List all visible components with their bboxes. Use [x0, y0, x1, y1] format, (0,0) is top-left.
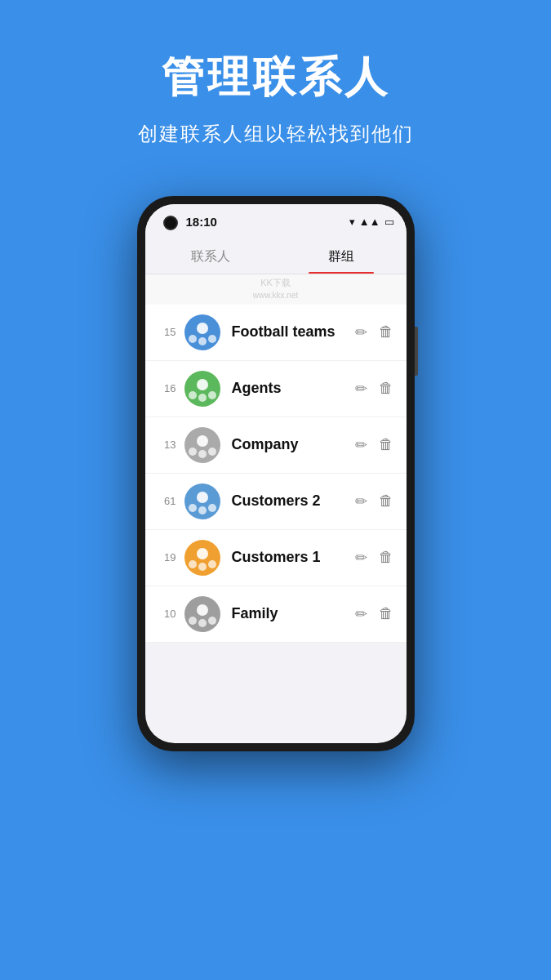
battery-icon: ▭: [384, 216, 394, 228]
svg-point-21: [197, 548, 208, 559]
status-icons: ▾ ▲▲ ▭: [349, 216, 394, 228]
watermark: KK下载www.kkx.net: [145, 274, 407, 305]
group-name: Customers 2: [232, 492, 355, 510]
wifi-icon: ▾: [349, 216, 355, 228]
svg-point-29: [198, 619, 207, 627]
list-item: 19 Customers 1 ✏ 🗑: [145, 530, 407, 586]
status-time: 18:10: [186, 215, 217, 229]
group-avatar: [184, 483, 220, 519]
hero-subtitle: 创建联系人组以轻松找到他们: [0, 121, 551, 147]
item-count: 15: [158, 326, 176, 338]
edit-icon[interactable]: ✏: [355, 605, 367, 623]
group-name: Customers 1: [232, 549, 355, 566]
svg-point-24: [198, 563, 207, 571]
item-actions: ✏ 🗑: [355, 605, 393, 623]
tab-groups[interactable]: 群组: [276, 238, 407, 274]
svg-point-14: [198, 450, 207, 458]
group-avatar: [184, 314, 220, 350]
item-actions: ✏ 🗑: [355, 549, 393, 567]
svg-point-18: [208, 504, 216, 512]
svg-point-28: [208, 617, 216, 625]
edit-icon[interactable]: ✏: [355, 323, 367, 341]
phone-screen: 18:10 ▾ ▲▲ ▭ 联系人 群组 KK下载www.kkx.net: [145, 204, 407, 743]
svg-point-2: [189, 335, 197, 343]
list-item: 10 Family ✏ 🗑: [145, 586, 407, 643]
svg-point-1: [197, 323, 208, 334]
phone: 18:10 ▾ ▲▲ ▭ 联系人 群组 KK下载www.kkx.net: [137, 196, 415, 751]
item-count: 10: [158, 608, 176, 620]
delete-icon[interactable]: 🗑: [379, 492, 393, 510]
hero-section: 管理联系人 创建联系人组以轻松找到他们: [0, 0, 551, 172]
group-name: Football teams: [232, 323, 355, 341]
delete-icon[interactable]: 🗑: [379, 436, 393, 453]
svg-point-13: [208, 448, 216, 456]
edit-icon[interactable]: ✏: [355, 492, 367, 510]
item-count: 61: [158, 495, 176, 507]
tab-bar: 联系人 群组: [145, 238, 407, 274]
item-actions: ✏ 🗑: [355, 380, 393, 398]
list-item: 61 Customers 2 ✏ 🗑: [145, 474, 407, 530]
item-count: 16: [158, 382, 176, 394]
list-item: 15 Football teams ✏ 🗑: [145, 305, 407, 361]
svg-point-9: [198, 394, 207, 402]
svg-point-7: [189, 391, 197, 399]
list-item: 16 Agents ✏ 🗑: [145, 361, 407, 417]
group-name: Family: [232, 605, 355, 622]
edit-icon[interactable]: ✏: [355, 549, 367, 567]
edit-icon[interactable]: ✏: [355, 380, 367, 398]
delete-icon[interactable]: 🗑: [379, 605, 393, 622]
delete-icon[interactable]: 🗑: [379, 380, 393, 397]
item-count: 19: [158, 551, 176, 564]
group-list: 15 Football teams ✏ 🗑: [145, 305, 407, 643]
side-button: [415, 327, 418, 376]
phone-wrapper: 18:10 ▾ ▲▲ ▭ 联系人 群组 KK下载www.kkx.net: [0, 196, 551, 751]
svg-point-4: [198, 337, 207, 345]
svg-point-3: [208, 335, 216, 343]
svg-point-6: [197, 379, 208, 390]
svg-point-27: [189, 617, 197, 625]
svg-point-8: [208, 391, 216, 399]
svg-point-12: [189, 448, 197, 456]
group-name: Company: [232, 436, 355, 453]
svg-point-23: [208, 560, 216, 568]
svg-point-17: [189, 504, 197, 512]
item-count: 13: [158, 439, 176, 451]
status-bar: 18:10 ▾ ▲▲ ▭: [145, 204, 407, 238]
delete-icon[interactable]: 🗑: [379, 323, 393, 341]
item-actions: ✏ 🗑: [355, 436, 393, 454]
group-avatar: [184, 596, 220, 632]
delete-icon[interactable]: 🗑: [379, 549, 393, 566]
svg-point-16: [197, 492, 208, 503]
tab-contacts[interactable]: 联系人: [145, 238, 276, 274]
edit-icon[interactable]: ✏: [355, 436, 367, 454]
signal-icon: ▲▲: [359, 216, 380, 228]
item-actions: ✏ 🗑: [355, 323, 393, 341]
hero-title: 管理联系人: [0, 49, 551, 106]
camera-hole: [163, 216, 178, 230]
svg-point-11: [197, 435, 208, 447]
svg-point-22: [189, 560, 197, 568]
svg-point-19: [198, 506, 207, 514]
group-name: Agents: [232, 380, 355, 397]
item-actions: ✏ 🗑: [355, 492, 393, 510]
group-avatar: [184, 371, 220, 407]
group-avatar: [184, 540, 220, 576]
svg-point-26: [197, 604, 208, 616]
group-avatar: [184, 427, 220, 463]
list-item: 13 Company ✏ 🗑: [145, 417, 407, 474]
